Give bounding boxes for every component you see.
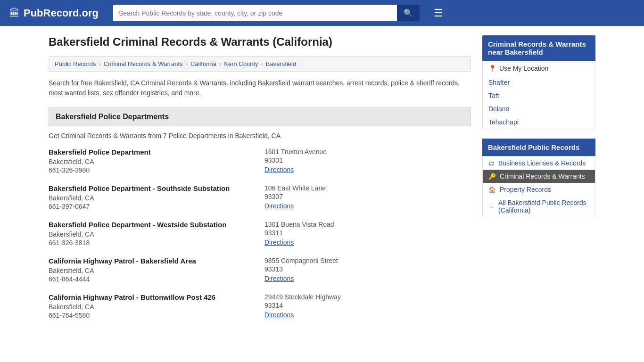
record-item: Bakersfield Police Department Bakersfiel… bbox=[49, 148, 471, 174]
record-zip-2: 93311 bbox=[264, 229, 471, 237]
record-city-3: Bakersfield, CA bbox=[49, 267, 255, 274]
search-button[interactable]: 🔍 bbox=[397, 5, 420, 21]
nearby-city-link-1[interactable]: Taft bbox=[488, 92, 499, 99]
record-right-1: 106 East White Lane 93307 Directions bbox=[264, 184, 471, 210]
header: 🏛 PubRecord.org 🔍 ☰ bbox=[0, 0, 644, 26]
record-address-1: 106 East White Lane bbox=[264, 184, 471, 192]
nearby-cities-list: ShafterTaftDelanoTehachapi bbox=[483, 76, 595, 129]
nearby-city-1[interactable]: Taft bbox=[483, 89, 595, 102]
record-right-0: 1601 Truxtun Avenue 93301 Directions bbox=[264, 148, 471, 174]
record-address-3: 9855 Compagnoni Street bbox=[264, 257, 471, 264]
record-item: California Highway Patrol - Bakersfield … bbox=[49, 257, 471, 283]
record-left-4: California Highway Patrol - Buttonwillow… bbox=[49, 293, 255, 319]
record-zip-4: 93314 bbox=[264, 302, 471, 309]
record-right-3: 9855 Compagnoni Street 93313 Directions bbox=[264, 257, 471, 283]
record-name-2: Bakersfield Police Department - Westside… bbox=[49, 221, 255, 229]
record-name-4: California Highway Patrol - Buttonwillow… bbox=[49, 293, 255, 301]
nearby-section-title: Criminal Records & Warrants near Bakersf… bbox=[482, 35, 595, 61]
nearby-city-link-2[interactable]: Delano bbox=[488, 105, 509, 113]
record-left-0: Bakersfield Police Department Bakersfiel… bbox=[49, 148, 255, 174]
public-records-title: Bakersfield Public Records bbox=[482, 139, 595, 156]
record-name-1: Bakersfield Police Department - Southsid… bbox=[49, 184, 255, 192]
directions-link-1[interactable]: Directions bbox=[264, 202, 294, 210]
search-area: 🔍 bbox=[113, 5, 420, 21]
public-record-link-3[interactable]: All Bakersfield Public Records (Californ… bbox=[498, 199, 589, 214]
record-phone-2: 661-326-3818 bbox=[49, 239, 255, 247]
directions-link-2[interactable]: Directions bbox=[264, 239, 294, 246]
record-zip-1: 93307 bbox=[264, 193, 471, 200]
sub-description: Get Criminal Records & Warrants from 7 P… bbox=[49, 132, 471, 140]
breadcrumb-criminal-records[interactable]: Criminal Records & Warrants bbox=[104, 60, 183, 67]
menu-button[interactable]: ☰ bbox=[434, 7, 443, 19]
public-records-list: 🗂Business Licenses & Records🔑Criminal Re… bbox=[483, 156, 595, 217]
record-phone-0: 661-326-3980 bbox=[49, 166, 255, 174]
record-left-3: California Highway Patrol - Bakersfield … bbox=[49, 257, 255, 283]
nearby-section: Criminal Records & Warrants near Bakersf… bbox=[482, 35, 595, 129]
nearby-city-3[interactable]: Tehachapi bbox=[483, 115, 595, 129]
record-item: California Highway Patrol - Buttonwillow… bbox=[49, 293, 471, 319]
directions-link-4[interactable]: Directions bbox=[264, 311, 294, 319]
record-left-1: Bakersfield Police Department - Southsid… bbox=[49, 184, 255, 210]
public-record-link-2[interactable]: Property Records bbox=[500, 186, 551, 193]
public-record-item-0[interactable]: 🗂Business Licenses & Records bbox=[483, 156, 595, 170]
record-city-2: Bakersfield, CA bbox=[49, 230, 255, 238]
main-container: Bakersfield Criminal Records & Warrants … bbox=[39, 26, 605, 339]
public-records-body: 🗂Business Licenses & Records🔑Criminal Re… bbox=[482, 156, 595, 217]
sidebar: Criminal Records & Warrants near Bakersf… bbox=[482, 35, 595, 329]
breadcrumb: Public Records › Criminal Records & Warr… bbox=[49, 56, 471, 72]
search-input[interactable] bbox=[113, 5, 397, 21]
record-address-4: 29449 Stockdale Highway bbox=[264, 293, 471, 301]
record-phone-3: 661-864-4444 bbox=[49, 275, 255, 283]
record-city-0: Bakersfield, CA bbox=[49, 158, 255, 165]
record-name-0: Bakersfield Police Department bbox=[49, 148, 255, 156]
record-right-2: 1301 Buena Vista Road 93311 Directions bbox=[264, 221, 471, 247]
breadcrumb-bakersfield[interactable]: Bakersfield bbox=[266, 60, 296, 67]
use-location-item[interactable]: 📍 Use My Location bbox=[483, 61, 595, 76]
public-record-item-1[interactable]: 🔑Criminal Records & Warrants bbox=[483, 170, 595, 183]
public-record-icon-3: → bbox=[488, 203, 495, 210]
public-record-icon-0: 🗂 bbox=[488, 160, 495, 167]
nearby-city-2[interactable]: Delano bbox=[483, 102, 595, 115]
nearby-city-link-0[interactable]: Shafter bbox=[488, 79, 510, 86]
content-area: Bakersfield Criminal Records & Warrants … bbox=[49, 35, 471, 329]
record-name-3: California Highway Patrol - Bakersfield … bbox=[49, 257, 255, 265]
logo-text: PubRecord.org bbox=[24, 7, 99, 19]
records-list: Bakersfield Police Department Bakersfiel… bbox=[49, 148, 471, 319]
use-location-label: Use My Location bbox=[499, 65, 548, 72]
location-icon: 📍 bbox=[488, 65, 496, 72]
directions-link-0[interactable]: Directions bbox=[264, 166, 294, 173]
breadcrumb-kern-county[interactable]: Kern County bbox=[224, 60, 258, 67]
breadcrumb-sep-2: › bbox=[186, 60, 188, 67]
logo-icon: 🏛 bbox=[9, 7, 20, 19]
directions-link-3[interactable]: Directions bbox=[264, 275, 294, 282]
record-zip-3: 93313 bbox=[264, 265, 471, 273]
record-address-0: 1601 Truxtun Avenue bbox=[264, 148, 471, 156]
record-item: Bakersfield Police Department - Southsid… bbox=[49, 184, 471, 210]
breadcrumb-sep-1: › bbox=[99, 60, 100, 67]
public-records-section: Bakersfield Public Records 🗂Business Lic… bbox=[482, 139, 595, 217]
page-description: Search for free Bakersfield, CA Criminal… bbox=[49, 78, 471, 98]
public-record-item-2[interactable]: 🏠Property Records bbox=[483, 183, 595, 196]
breadcrumb-public-records[interactable]: Public Records bbox=[55, 60, 96, 67]
nearby-section-body: 📍 Use My Location ShafterTaftDelanoTehac… bbox=[482, 61, 595, 129]
record-address-2: 1301 Buena Vista Road bbox=[264, 221, 471, 228]
logo[interactable]: 🏛 PubRecord.org bbox=[9, 7, 104, 19]
public-record-icon-1: 🔑 bbox=[488, 173, 496, 180]
page-title: Bakersfield Criminal Records & Warrants … bbox=[49, 35, 471, 49]
public-record-link-0[interactable]: Business Licenses & Records bbox=[498, 159, 586, 167]
record-zip-0: 93301 bbox=[264, 156, 471, 164]
nearby-city-link-3[interactable]: Tehachapi bbox=[488, 118, 519, 126]
record-phone-4: 661-764-5580 bbox=[49, 312, 255, 319]
record-right-4: 29449 Stockdale Highway 93314 Directions bbox=[264, 293, 471, 319]
record-left-2: Bakersfield Police Department - Westside… bbox=[49, 221, 255, 247]
record-city-1: Bakersfield, CA bbox=[49, 194, 255, 202]
breadcrumb-sep-4: › bbox=[261, 60, 263, 67]
nearby-city-0[interactable]: Shafter bbox=[483, 76, 595, 89]
public-record-item-3[interactable]: →All Bakersfield Public Records (Califor… bbox=[483, 196, 595, 217]
breadcrumb-california[interactable]: California bbox=[190, 60, 216, 67]
record-phone-1: 661-397-0647 bbox=[49, 203, 255, 210]
public-record-label-1: Criminal Records & Warrants bbox=[500, 173, 585, 180]
public-record-icon-2: 🏠 bbox=[488, 186, 496, 193]
hamburger-icon: ☰ bbox=[434, 7, 443, 19]
section-header: Bakersfield Police Departments bbox=[49, 107, 471, 126]
